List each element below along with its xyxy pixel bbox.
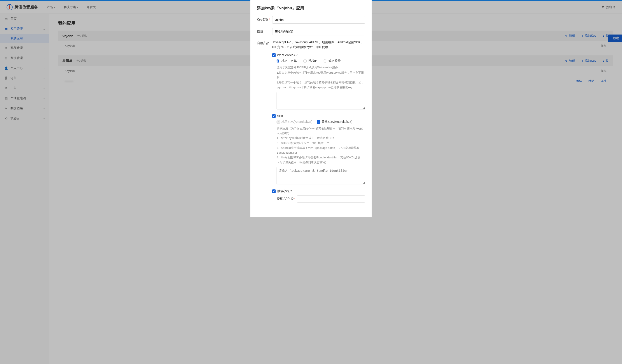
product-hint: Javascript API、Javascript API GL、地图组件、An…: [272, 40, 365, 50]
appid-label: 授权 APP ID*: [277, 197, 295, 201]
sdk-textarea[interactable]: [277, 167, 365, 184]
modal-title: 添加key到「vnjohn」应用: [257, 5, 365, 11]
sdk-hint-title: 授权应用（为了保证您的Key不被其他应用冒用，请对可使用此Key的应用授权）: [277, 126, 365, 136]
check-icon: ✓: [272, 114, 276, 118]
check-icon: ✓: [272, 53, 276, 57]
ws-hint3: 2.每行填写一个域名，填写的域名及其子域名都会同时得到授权，如：qq.com，则…: [277, 80, 365, 90]
desc-input[interactable]: [272, 28, 365, 36]
appid-input[interactable]: [297, 195, 365, 202]
ws-hint1: 适用于浏览器端JSONP方式调用Webservice服务: [277, 65, 365, 70]
radio-icon: [303, 59, 307, 63]
product-label: 启用产品: [257, 40, 272, 206]
desc-label: 描述: [257, 28, 272, 36]
add-key-modal: 添加key到「vnjohn」应用 Key名称* 描述 启用产品 Javascri…: [251, 0, 372, 218]
sdk-hint2: 2、SDK支持授权多个应用，每行填写一个: [277, 141, 365, 146]
sdk-hint1: 1、您的Key可以同时使用以上一种或多种SDK: [277, 136, 365, 141]
webservice-checkbox[interactable]: ✓ WebServiceAPI: [272, 53, 298, 57]
radio-authip[interactable]: 授权IP: [303, 59, 317, 63]
keyname-input[interactable]: [272, 16, 365, 24]
sdk-checkbox[interactable]: ✓ SDK: [272, 114, 283, 118]
radio-whitelist[interactable]: 域名白名单: [277, 59, 297, 63]
navsdk-checkbox[interactable]: ✓ 导航SDK(Android/iOS): [317, 120, 352, 124]
radio-sign[interactable]: 签名校验: [324, 59, 341, 63]
mapsdk-checkbox: ✓ 地图SDK(Android/iOS): [277, 120, 312, 124]
whitelist-textarea[interactable]: [277, 92, 365, 109]
ws-hint2: 1.仅白名单中的域名才可使用此key调用WebService服务，留空则不限制: [277, 70, 365, 80]
keyname-label: Key名称*: [257, 16, 272, 24]
radio-icon: [324, 59, 327, 63]
check-icon: ✓: [272, 189, 276, 193]
sdk-hint4: 4、Unity地图SDK必须填写包名/Bundle Identifier，其他S…: [277, 155, 365, 165]
radio-icon: [277, 59, 280, 63]
check-icon: ✓: [317, 120, 320, 124]
check-icon: ✓: [277, 120, 280, 124]
miniprogram-checkbox[interactable]: ✓ 微信小程序: [272, 189, 292, 193]
sdk-hint3: 3、Android应用请填写：包名（package name），iOS应用请填写…: [277, 146, 365, 155]
